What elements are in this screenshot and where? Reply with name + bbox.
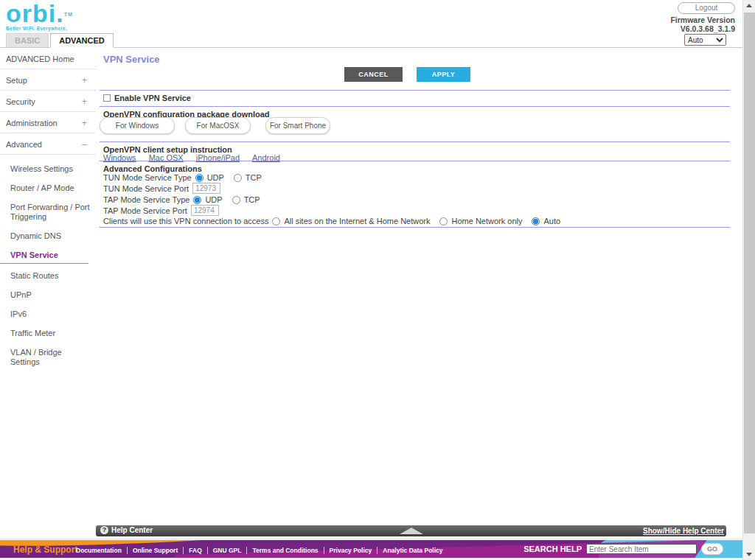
footer-link-gnu-gpl[interactable]: GNU GPL [208, 547, 248, 554]
scroll-down-icon [746, 553, 752, 556]
vpn-service-panel: VPN Service CANCEL APPLY Enable VPN Serv… [100, 50, 730, 522]
footer-link-online-support[interactable]: Online Support [128, 547, 184, 554]
sidebar-item-administration[interactable]: Administration+ [0, 112, 96, 133]
sidebar-item-vpn-service[interactable]: VPN Service [0, 245, 88, 264]
sidebar-subnav: Wireless Settings Router / AP Mode Port … [0, 155, 96, 371]
cancel-button[interactable]: CANCEL [344, 67, 403, 82]
sidebar-item-traffic-meter[interactable]: Traffic Meter [0, 323, 96, 343]
sidebar-item-setup[interactable]: Setup+ [0, 69, 96, 91]
sidebar-nav: ADVANCED Home Setup+ Security+ Administr… [0, 48, 96, 371]
enable-vpn-label: Enable VPN Service [114, 94, 191, 102]
orbi-admin-page: orbi.TM Better WiFi. Everywhere. Logout … [0, 0, 755, 560]
tun-tcp-radio[interactable] [234, 174, 242, 182]
brand-dot: . [56, 0, 63, 27]
tab-advanced[interactable]: ADVANCED [50, 33, 114, 48]
enable-vpn-row: Enable VPN Service [103, 94, 191, 102]
sidebar-item-label: Setup [6, 76, 27, 85]
scrollbar-thumb[interactable] [744, 13, 755, 533]
auto-language-select[interactable]: Auto [684, 34, 726, 46]
sidebar-item-static-routes[interactable]: Static Routes [0, 266, 96, 285]
tun-tcp-label: TCP [246, 173, 262, 182]
plus-expander-icon[interactable]: + [82, 97, 87, 107]
help-support-label: Help & Support [13, 545, 77, 555]
sidebar-item-advanced-home[interactable]: ADVANCED Home [0, 48, 96, 69]
page-title: VPN Service [103, 54, 160, 65]
advanced-section-title: Advanced Configurations [103, 164, 202, 173]
sidebar-item-label: Security [6, 97, 35, 106]
download-smartphone-button[interactable]: For Smart Phone [265, 117, 330, 134]
footer-link-documentation[interactable]: Documentation [71, 547, 128, 554]
section-divider [100, 161, 730, 161]
footer-link-terms[interactable]: Terms and Conditions [247, 547, 324, 554]
page-scrollbar[interactable] [742, 0, 755, 560]
show-hide-help-link[interactable]: Show/Hide Help Center [643, 527, 724, 535]
tap-type-row: TAP Mode Service Type UDP TCP [103, 195, 266, 204]
help-center-left: ? Help Center [100, 526, 153, 534]
sidebar-item-dynamic-dns[interactable]: Dynamic DNS [0, 226, 96, 245]
scroll-up-icon [746, 4, 752, 7]
scroll-up-button[interactable] [743, 0, 755, 12]
tun-udp-radio[interactable] [195, 174, 203, 182]
footer-bar: Help & Support Documentation Online Supp… [0, 540, 742, 558]
firmware-value: V6.0.3.68_3.1.9 [670, 24, 735, 33]
section-divider [100, 90, 730, 91]
minus-expander-icon[interactable]: – [82, 139, 87, 150]
sidebar-item-label: Advanced [6, 140, 42, 149]
clients-auto-label: Auto [543, 217, 560, 225]
apply-button[interactable]: APPLY [417, 67, 470, 82]
main-tabs: BASIC ADVANCED [6, 33, 114, 48]
logout-button[interactable]: Logout [678, 2, 735, 14]
sidebar-item-ipv6[interactable]: IPv6 [0, 304, 96, 323]
tap-port-input[interactable] [191, 205, 219, 216]
sidebar-item-security[interactable]: Security+ [0, 91, 96, 112]
trademark: TM [64, 12, 73, 17]
tun-port-input[interactable] [192, 183, 220, 194]
tab-basic[interactable]: BASIC [6, 33, 49, 47]
download-windows-button[interactable]: For Windows [100, 117, 175, 134]
sidebar-item-label: ADVANCED Home [6, 55, 74, 63]
enable-vpn-checkbox[interactable] [103, 94, 111, 102]
firmware-version: Firmware Version V6.0.3.68_3.1.9 [670, 15, 735, 33]
plus-expander-icon[interactable]: + [82, 75, 87, 85]
footer-links: Documentation Online Support FAQ GNU GPL… [71, 547, 448, 554]
tun-port-label: TUN Mode Service Port [103, 184, 189, 193]
tun-udp-label: UDP [207, 173, 224, 182]
tun-port-row: TUN Mode Service Port [103, 183, 220, 194]
footer-link-faq[interactable]: FAQ [184, 547, 207, 554]
section-divider [100, 141, 730, 142]
sidebar-item-wireless-settings[interactable]: Wireless Settings [0, 159, 96, 178]
plus-expander-icon[interactable]: + [82, 118, 87, 128]
scroll-down-button[interactable] [743, 548, 755, 560]
section-divider [100, 227, 730, 228]
brand-text: orbi.TM [6, 0, 73, 28]
clients-home-only-radio[interactable] [439, 217, 448, 225]
sidebar-item-port-forwarding[interactable]: Port Forwarding / Port Triggering [0, 197, 96, 226]
footer-link-analytic-data[interactable]: Analytic Data Policy [378, 547, 448, 554]
tap-udp-label: UDP [205, 195, 222, 204]
clients-access-row: Clients will use this VPN connection to … [103, 217, 566, 225]
tap-tcp-radio[interactable] [232, 196, 240, 204]
sidebar-item-vlan-bridge[interactable]: VLAN / Bridge Settings [0, 343, 96, 371]
clients-auto-radio[interactable] [532, 217, 540, 225]
tap-type-label: TAP Mode Service Type [103, 195, 189, 204]
tap-udp-radio[interactable] [193, 196, 201, 204]
footer-link-privacy[interactable]: Privacy Policy [324, 547, 378, 554]
tap-port-row: TAP Mode Service Port [103, 205, 219, 216]
go-button[interactable]: GO [701, 543, 723, 555]
firmware-label: Firmware Version [670, 15, 735, 24]
tun-type-label: TUN Mode Service Type [103, 173, 192, 182]
clients-all-sites-radio[interactable] [272, 217, 280, 225]
sidebar-item-label: Administration [6, 119, 58, 127]
brand-tagline: Better WiFi. Everywhere. [6, 26, 73, 31]
sidebar-item-router-ap-mode[interactable]: Router / AP Mode [0, 178, 96, 197]
tap-port-label: TAP Mode Service Port [103, 206, 187, 215]
help-center-bar: ? Help Center Show/Hide Help Center [96, 525, 726, 536]
sidebar-item-advanced[interactable]: Advanced– [0, 133, 96, 155]
sidebar-item-upnp[interactable]: UPnP [0, 285, 96, 304]
clients-access-label: Clients will use this VPN connection to … [103, 217, 268, 225]
collapse-arrow-icon[interactable] [400, 528, 423, 534]
search-help-label: SEARCH HELP [523, 545, 582, 553]
brand-word: orbi [6, 0, 56, 27]
search-help-input[interactable] [586, 544, 697, 554]
download-macosx-button[interactable]: For MacOSX [185, 117, 251, 134]
